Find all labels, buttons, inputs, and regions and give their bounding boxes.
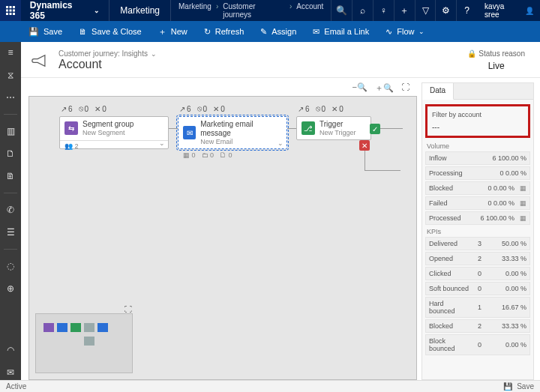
add-icon[interactable]: ＋	[394, 0, 415, 21]
plus-icon: ＋	[158, 26, 166, 37]
kpi-row: Blocked233.33 %	[425, 319, 530, 333]
announce-icon[interactable]: ◠	[3, 343, 18, 358]
save-button[interactable]: 💾Save	[21, 21, 70, 42]
filter-value: ---	[432, 123, 524, 131]
svg-rect-3	[6, 10, 8, 12]
email-link-button[interactable]: ✉Email a Link	[305, 21, 376, 42]
grid-icon: ▦	[518, 184, 526, 192]
save-icon[interactable]: 💾	[503, 382, 512, 391]
app-launcher-button[interactable]	[0, 0, 21, 21]
page-icon[interactable]: 🗎	[3, 169, 18, 184]
doc-icon[interactable]: 🗋	[3, 146, 18, 161]
search-icon[interactable]: 🔍	[331, 0, 352, 21]
assign-icon: ✎	[260, 27, 267, 37]
chevron-down-icon: ⌄	[94, 7, 100, 14]
filter-icon[interactable]: ▽	[415, 0, 436, 21]
person-icon[interactable]: ◌	[3, 259, 18, 274]
segment-node[interactable]: ⇆ Segment groupNew Segment 👥 2 ⌄	[59, 116, 169, 149]
grid-icon: ▦	[518, 214, 526, 222]
kpi-row: Clicked00.00 %	[425, 267, 530, 280]
svg-rect-6	[6, 13, 8, 15]
save-icon: 💾	[28, 27, 39, 37]
mail-nav-icon[interactable]: ✉	[3, 365, 18, 380]
assign-button[interactable]: ✎Assign	[253, 21, 304, 42]
status-bar: Active 💾Save	[0, 380, 540, 392]
save-close-button[interactable]: 🗎Save & Close	[71, 21, 149, 42]
person-icon: 👤	[525, 7, 534, 15]
global-topbar: Dynamics 365 ⌄ Marketing Marketing› Cust…	[0, 0, 540, 21]
brand-name: Dynamics 365	[30, 0, 89, 21]
fit-icon[interactable]: ⛶	[401, 82, 410, 96]
volume-row: Inflow6 100.00 %	[425, 151, 530, 165]
left-nav-rail: ≡ ⧖ ⋯ ▥ 🗋 🗎 ✆ ☰ ◌ ⊕ ◠ ✉	[0, 42, 21, 380]
status-value: Live	[467, 61, 525, 71]
volume-row: Blocked0 0.00 %▦	[425, 181, 530, 195]
kpi-row: Delivered350.00 %	[425, 237, 530, 250]
email-node[interactable]: ✉ Marketing email messageNew Email ▦ 0 🗀…	[178, 116, 287, 149]
more-icon[interactable]: ⋯	[3, 90, 18, 105]
lock-icon: 🔒	[467, 49, 476, 58]
x-icon: ✕	[359, 140, 370, 151]
crumb[interactable]: Customer journeys	[223, 2, 285, 19]
chevron-down-icon[interactable]: ⌄	[151, 50, 157, 58]
phone-icon[interactable]: ✆	[3, 202, 18, 217]
refresh-button[interactable]: ↻Refresh	[196, 21, 252, 42]
trigger-node[interactable]: ⎇ TriggerNew Trigger	[296, 116, 371, 140]
user-name: kavya sree	[484, 2, 520, 19]
crumb[interactable]: Account	[296, 2, 323, 19]
filter-by-account[interactable]: Filter by account ---	[425, 104, 530, 138]
page-title: Account	[58, 58, 157, 71]
chevron-down-icon[interactable]: ⌄	[278, 139, 284, 147]
refresh-icon: ↻	[204, 27, 211, 37]
menu-icon[interactable]: ≡	[3, 45, 18, 60]
help-icon[interactable]: ?	[456, 0, 477, 21]
trigger-icon: ⎇	[302, 121, 315, 135]
segment-icon: ⇆	[64, 121, 78, 135]
chart-icon[interactable]: ▥	[3, 124, 18, 139]
page-subtitle: Customer journey: Insights	[58, 49, 148, 58]
tab-data[interactable]: Data	[422, 83, 454, 100]
kpi-row: Block bounced00.00 %	[425, 334, 530, 355]
breadcrumb: Marketing› Customer journeys› Account	[171, 2, 331, 19]
kpi-row: Soft bounced00.00 %	[425, 282, 530, 295]
minimap[interactable]: ⛶	[35, 313, 133, 373]
globe-icon[interactable]: ⊕	[3, 281, 18, 296]
filter-label: Filter by account	[432, 111, 524, 118]
mail-icon: ✉	[183, 126, 196, 139]
people-icon: 👥 2	[64, 142, 79, 150]
chevron-down-icon[interactable]: ⌄	[159, 139, 165, 147]
journey-canvas[interactable]: ↗ 6 ⦸ 0 ✕ 0 ↗ 6 ⦸ 0 ✕ 0 ↗ 6 ⦸ 0 ✕ 0	[28, 96, 417, 380]
volume-row: Failed0 0.00 %▦	[425, 196, 530, 210]
list-icon[interactable]: ☰	[3, 225, 18, 240]
footer-save[interactable]: Save	[517, 382, 534, 391]
user-menu[interactable]: kavya sree 👤	[477, 2, 540, 19]
svg-rect-4	[9, 10, 11, 12]
status-reason: 🔒Status reason Live	[467, 49, 525, 71]
assistant-icon[interactable]: ♀	[373, 0, 394, 21]
volume-heading: Volume	[427, 142, 529, 150]
page-header: Customer journey: Insights⌄ Account 🔒Sta…	[21, 42, 540, 78]
zoom-out-icon[interactable]: −🔍	[352, 82, 368, 96]
settings-icon[interactable]: ⚙	[435, 0, 456, 21]
command-bar: 💾Save 🗎Save & Close ＋New ↻Refresh ✎Assig…	[0, 21, 540, 42]
zoom-in-icon[interactable]: ＋🔍	[375, 82, 394, 96]
canvas-toolbar: −🔍 ＋🔍 ⛶	[28, 82, 417, 96]
kpi-row: Opened233.33 %	[425, 252, 530, 265]
task-icon[interactable]: ⌕	[352, 0, 373, 21]
svg-rect-1	[9, 6, 11, 8]
recent-icon[interactable]: ⧖	[3, 67, 18, 82]
svg-rect-7	[9, 13, 11, 15]
svg-rect-0	[6, 6, 8, 8]
crumb[interactable]: Marketing	[178, 2, 212, 19]
record-status: Active	[6, 382, 26, 391]
flow-button[interactable]: ∿Flow⌄	[378, 21, 432, 42]
data-panel: Data Filter by account --- Volume Inflow…	[422, 82, 534, 380]
expand-icon[interactable]: ⛶	[124, 305, 132, 313]
waffle-icon	[6, 6, 15, 15]
grid-icon: ▦	[518, 199, 526, 207]
chevron-down-icon: ⌄	[418, 28, 424, 35]
brand-switcher[interactable]: Dynamics 365 ⌄	[21, 0, 110, 21]
kpi-heading: KPIs	[427, 228, 529, 235]
new-button[interactable]: ＋New	[151, 21, 195, 42]
area-name[interactable]: Marketing	[110, 0, 171, 21]
